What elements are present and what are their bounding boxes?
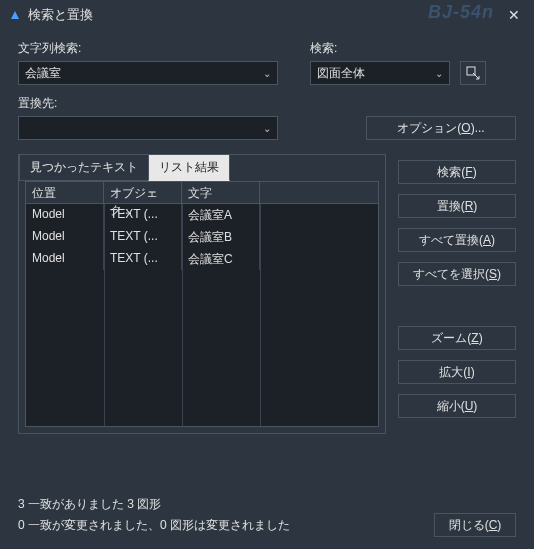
titlebar: 検索と置換 ✕ (0, 0, 534, 30)
results-table: 位置 オブジェク... 文字 ModelTEXT (...会議室AModelTE… (25, 181, 379, 427)
table-row[interactable]: ModelTEXT (...会議室A (26, 204, 378, 226)
find-value: 会議室 (25, 65, 61, 82)
table-header: 位置 オブジェク... 文字 (26, 182, 378, 204)
select-all-button[interactable]: すべてを選択(S) (398, 262, 516, 286)
scope-label: 検索: (310, 40, 516, 57)
table-cell: 会議室A (182, 204, 260, 226)
scope-select[interactable]: 図面全体 ⌄ (310, 61, 450, 85)
close-button[interactable]: 閉じる(C) (434, 513, 516, 537)
find-label: 文字列検索: (18, 40, 278, 57)
replace-label: 置換先: (18, 95, 278, 112)
chevron-down-icon: ⌄ (435, 68, 443, 79)
zoom-in-button[interactable]: 拡大(I) (398, 360, 516, 384)
results-panel: 見つかったテキスト リスト結果 位置 オブジェク... 文字 ModelTEXT… (18, 154, 386, 434)
col-text[interactable]: 文字 (182, 182, 260, 203)
status-line2: 0 一致が変更されました、0 図形は変更されました (18, 515, 290, 537)
replace-button[interactable]: 置換(R) (398, 194, 516, 218)
window-title: 検索と置換 (28, 6, 502, 24)
table-cell: 会議室C (182, 248, 260, 270)
pick-object-button[interactable] (460, 61, 486, 85)
options-button[interactable]: オプション(O)... (366, 116, 516, 140)
table-cell: TEXT (... (104, 226, 182, 248)
scope-value: 図面全体 (317, 65, 365, 82)
replace-input[interactable]: ⌄ (18, 116, 278, 140)
chevron-down-icon: ⌄ (263, 123, 271, 134)
col-object[interactable]: オブジェク... (104, 182, 182, 203)
replace-all-button[interactable]: すべて置換(A) (398, 228, 516, 252)
chevron-down-icon: ⌄ (263, 68, 271, 79)
table-cell: TEXT (... (104, 204, 182, 226)
find-input[interactable]: 会議室 ⌄ (18, 61, 278, 85)
status-line1: 3 一致がありました 3 図形 (18, 494, 290, 516)
table-cell: TEXT (... (104, 248, 182, 270)
table-cell: Model (26, 204, 104, 226)
zoom-button[interactable]: ズーム(Z) (398, 326, 516, 350)
table-row[interactable]: ModelTEXT (...会議室C (26, 248, 378, 270)
tab-found-text[interactable]: 見つかったテキスト (19, 154, 149, 181)
col-position[interactable]: 位置 (26, 182, 104, 203)
table-cell: 会議室B (182, 226, 260, 248)
table-row[interactable]: ModelTEXT (...会議室B (26, 226, 378, 248)
close-icon[interactable]: ✕ (502, 3, 526, 27)
app-icon (8, 8, 22, 22)
tab-list-results[interactable]: リスト結果 (148, 154, 230, 181)
zoom-out-button[interactable]: 縮小(U) (398, 394, 516, 418)
search-button[interactable]: 検索(F) (398, 160, 516, 184)
table-cell: Model (26, 248, 104, 270)
status-text: 3 一致がありました 3 図形 0 一致が変更されました、0 図形は変更されまし… (18, 494, 290, 537)
table-cell: Model (26, 226, 104, 248)
